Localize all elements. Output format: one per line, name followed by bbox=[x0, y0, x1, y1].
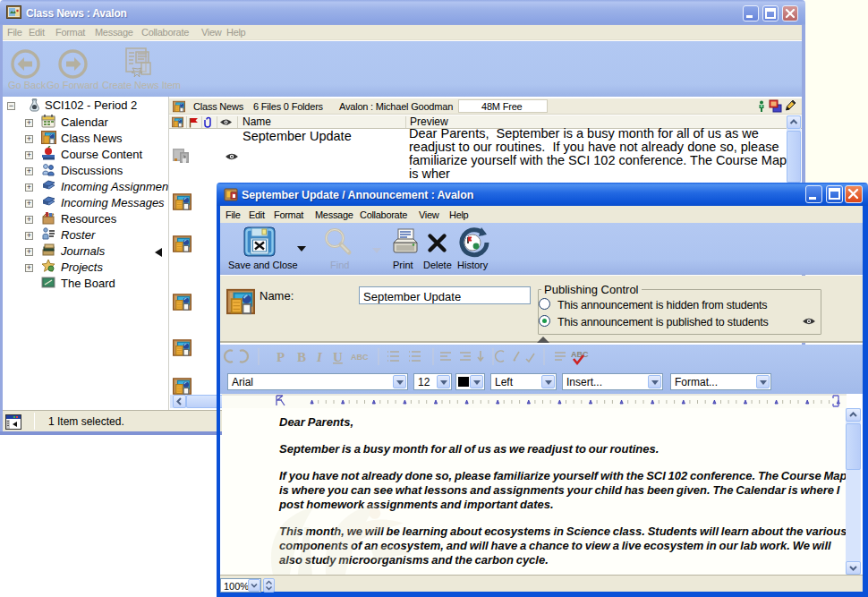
svg-text:I: I bbox=[316, 350, 323, 364]
svg-text:ABC: ABC bbox=[571, 350, 589, 359]
svg-text:P: P bbox=[277, 350, 285, 364]
svg-text:ABC: ABC bbox=[351, 353, 369, 362]
svg-text:U: U bbox=[333, 350, 343, 364]
svg-text:B: B bbox=[297, 350, 306, 364]
